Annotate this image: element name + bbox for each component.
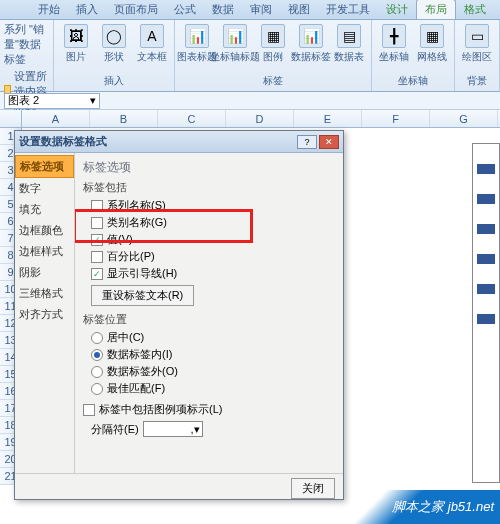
group-insert: 🖼图片 ◯形状 A文本框 插入 (54, 20, 175, 91)
chevron-down-icon: ▾ (194, 423, 200, 436)
radio-icon (91, 332, 103, 344)
checkbox-icon (91, 217, 103, 229)
cat-border-color[interactable]: 边框颜色 (15, 220, 74, 241)
ribbon-tabs: 开始 插入 页面布局 公式 数据 审阅 视图 开发工具 设计 布局 格式 (0, 0, 500, 20)
col-D[interactable]: D (226, 110, 294, 127)
radio-icon (91, 383, 103, 395)
axes-button[interactable]: ╋坐标轴 (376, 22, 412, 66)
shapes-icon: ◯ (102, 24, 126, 48)
dialog-footer: 关闭 (15, 473, 343, 503)
col-G[interactable]: G (430, 110, 498, 127)
insert-shapes-button[interactable]: ◯形状 (96, 22, 132, 66)
rad-inside-end[interactable]: 数据标签内(I) (91, 347, 335, 362)
dialog-titlebar[interactable]: 设置数据标签格式 ? ✕ (15, 131, 343, 153)
plot-area-button[interactable]: ▭绘图区 (459, 22, 495, 66)
category-list: 标签选项 数字 填充 边框颜色 边框样式 阴影 三维格式 对齐方式 (15, 153, 75, 473)
cat-shadow[interactable]: 阴影 (15, 262, 74, 283)
tab-format[interactable]: 格式 (456, 0, 494, 19)
dialog-help-button[interactable]: ? (297, 135, 317, 149)
label-contains-heading: 标签包括 (83, 180, 335, 195)
tab-review[interactable]: 审阅 (242, 0, 280, 19)
plot-area-icon: ▭ (465, 24, 489, 48)
column-headers: A B C D E F G (0, 110, 500, 128)
formula-bar-row: 图表 2▾ (0, 92, 500, 110)
separator-label: 分隔符(E) (91, 422, 139, 437)
ribbon: 系列 "销量"数据标签 设置所选内容格式 重设以匹配样式 当前所选内容 🖼图片 … (0, 20, 500, 92)
col-A[interactable]: A (22, 110, 90, 127)
checkbox-icon (91, 251, 103, 263)
col-B[interactable]: B (90, 110, 158, 127)
reset-label-text-button[interactable]: 重设标签文本(R) (91, 285, 194, 306)
col-C[interactable]: C (158, 110, 226, 127)
chk-leader-lines[interactable]: ✓显示引导线(H) (91, 266, 335, 281)
group-background: ▭绘图区 背景 (455, 20, 500, 91)
insert-textbox-button[interactable]: A文本框 (134, 22, 170, 66)
tab-formulas[interactable]: 公式 (166, 0, 204, 19)
group-current-selection: 系列 "销量"数据标签 设置所选内容格式 重设以匹配样式 当前所选内容 (0, 20, 54, 91)
gridlines-icon: ▦ (420, 24, 444, 48)
tab-view[interactable]: 视图 (280, 0, 318, 19)
group-title-axes: 坐标轴 (376, 73, 450, 89)
insert-picture-button[interactable]: 🖼图片 (58, 22, 94, 66)
selection-dropdown[interactable]: 系列 "销量"数据标签 (4, 22, 49, 67)
data-labels-icon: 📊 (299, 24, 323, 48)
chevron-down-icon: ▾ (90, 94, 96, 107)
cat-fill[interactable]: 填充 (15, 199, 74, 220)
tab-design[interactable]: 设计 (378, 0, 416, 19)
cat-alignment[interactable]: 对齐方式 (15, 304, 74, 325)
axes-icon: ╋ (382, 24, 406, 48)
tab-layout[interactable]: 布局 (416, 0, 456, 19)
axis-titles-button[interactable]: 📊坐标轴标题 (217, 22, 253, 66)
watermark: 脚本之家 jb51.net (350, 490, 500, 524)
chk-percentage[interactable]: 百分比(P) (91, 249, 335, 264)
cat-3d-format[interactable]: 三维格式 (15, 283, 74, 304)
data-table-icon: ▤ (337, 24, 361, 48)
radio-icon (91, 366, 103, 378)
checkbox-icon: ✓ (91, 268, 103, 280)
legend-icon: ▦ (261, 24, 285, 48)
cat-label-options[interactable]: 标签选项 (15, 155, 74, 178)
options-panel: 标签选项 标签包括 系列名称(S) 类别名称(G) ✓值(V) 百分比(P) ✓… (75, 153, 343, 473)
tab-insert[interactable]: 插入 (68, 0, 106, 19)
tab-pagelayout[interactable]: 页面布局 (106, 0, 166, 19)
data-labels-button[interactable]: 📊数据标签 (293, 22, 329, 66)
chk-series-name[interactable]: 系列名称(S) (91, 198, 335, 213)
select-all-corner[interactable] (0, 110, 22, 127)
separator-dropdown[interactable]: ,▾ (143, 421, 203, 437)
data-table-button[interactable]: ▤数据表 (331, 22, 367, 66)
group-title-labels: 标签 (179, 73, 367, 89)
tab-developer[interactable]: 开发工具 (318, 0, 378, 19)
cat-border-style[interactable]: 边框样式 (15, 241, 74, 262)
rad-best-fit[interactable]: 最佳匹配(F) (91, 381, 335, 396)
name-box[interactable]: 图表 2▾ (4, 93, 100, 109)
chk-legend-key[interactable]: 标签中包括图例项标示(L) (83, 402, 335, 417)
group-labels: 📊图表标题 📊坐标轴标题 ▦图例 📊数据标签 ▤数据表 标签 (175, 20, 372, 91)
cat-number[interactable]: 数字 (15, 178, 74, 199)
chk-category-name[interactable]: 类别名称(G) (91, 215, 335, 230)
embedded-chart[interactable] (472, 143, 500, 483)
gridlines-button[interactable]: ▦网格线 (414, 22, 450, 66)
picture-icon: 🖼 (64, 24, 88, 48)
tab-data[interactable]: 数据 (204, 0, 242, 19)
label-position-heading: 标签位置 (83, 312, 335, 327)
group-axes: ╋坐标轴 ▦网格线 坐标轴 (372, 20, 455, 91)
col-E[interactable]: E (294, 110, 362, 127)
close-button[interactable]: 关闭 (291, 478, 335, 499)
format-data-labels-dialog: 设置数据标签格式 ? ✕ 标签选项 数字 填充 边框颜色 边框样式 阴影 三维格… (14, 130, 344, 500)
dialog-title: 设置数据标签格式 (19, 134, 107, 149)
legend-button[interactable]: ▦图例 (255, 22, 291, 66)
checkbox-icon (83, 404, 95, 416)
textbox-icon: A (140, 24, 164, 48)
chk-value[interactable]: ✓值(V) (91, 232, 335, 247)
dialog-close-button[interactable]: ✕ (319, 135, 339, 149)
checkbox-icon: ✓ (91, 234, 103, 246)
axis-title-icon: 📊 (223, 24, 247, 48)
chart-title-icon: 📊 (185, 24, 209, 48)
checkbox-icon (91, 200, 103, 212)
tab-home[interactable]: 开始 (30, 0, 68, 19)
group-title-insert: 插入 (58, 73, 170, 89)
radio-icon (91, 349, 103, 361)
rad-center[interactable]: 居中(C) (91, 330, 335, 345)
rad-outside-end[interactable]: 数据标签外(O) (91, 364, 335, 379)
col-F[interactable]: F (362, 110, 430, 127)
